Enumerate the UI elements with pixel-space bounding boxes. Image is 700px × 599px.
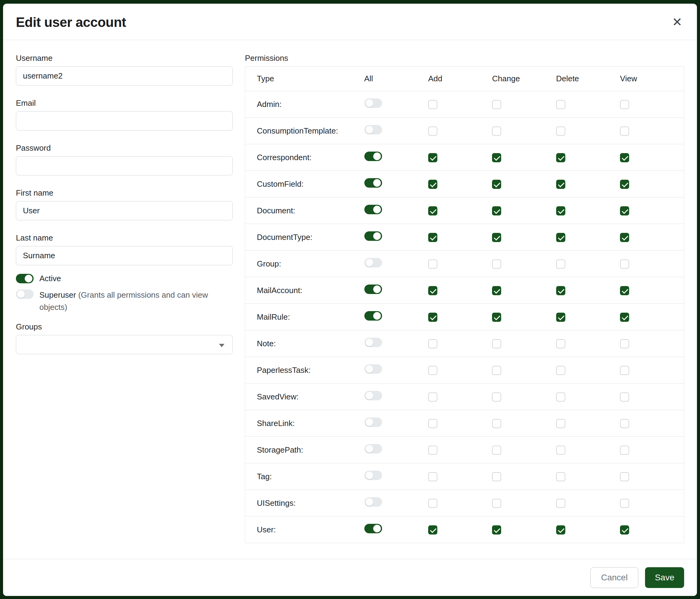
- permission-all-toggle[interactable]: [364, 98, 382, 108]
- first-name-field[interactable]: [16, 201, 233, 220]
- permission-delete-checkbox[interactable]: [556, 472, 565, 481]
- permission-all-toggle[interactable]: [364, 338, 382, 347]
- permission-add-checkbox[interactable]: [428, 100, 438, 109]
- permission-all-toggle[interactable]: [364, 417, 382, 427]
- permission-change-checkbox[interactable]: [492, 313, 501, 322]
- permission-add-checkbox[interactable]: [428, 286, 438, 295]
- permission-delete-checkbox[interactable]: [556, 499, 565, 508]
- permission-view-checkbox[interactable]: [620, 233, 629, 242]
- permission-delete-checkbox[interactable]: [556, 286, 565, 295]
- permission-add-checkbox[interactable]: [428, 419, 438, 428]
- permission-delete-checkbox[interactable]: [556, 313, 565, 322]
- permission-delete-checkbox[interactable]: [556, 233, 565, 242]
- permission-view-checkbox[interactable]: [620, 472, 629, 481]
- permission-add-checkbox[interactable]: [428, 392, 438, 402]
- permission-view-checkbox[interactable]: [620, 313, 629, 322]
- permission-view-checkbox[interactable]: [620, 100, 629, 109]
- permission-view-checkbox[interactable]: [620, 525, 629, 534]
- permission-all-toggle[interactable]: [364, 497, 382, 507]
- permission-view-checkbox[interactable]: [620, 153, 629, 162]
- permission-delete-checkbox[interactable]: [556, 339, 565, 349]
- permission-change-checkbox[interactable]: [492, 392, 501, 402]
- permission-view-checkbox[interactable]: [620, 286, 629, 295]
- permission-add-checkbox[interactable]: [428, 206, 438, 215]
- permission-view-checkbox[interactable]: [620, 419, 629, 428]
- permission-view-checkbox[interactable]: [620, 339, 629, 349]
- last-name-field[interactable]: [16, 246, 233, 265]
- permission-view-checkbox[interactable]: [620, 446, 629, 455]
- permission-delete-checkbox[interactable]: [556, 366, 565, 375]
- permission-change-checkbox[interactable]: [492, 206, 501, 215]
- permission-change-checkbox[interactable]: [492, 472, 501, 481]
- email-field[interactable]: [16, 111, 233, 130]
- permission-change-checkbox[interactable]: [492, 100, 501, 109]
- permission-change-checkbox[interactable]: [492, 180, 501, 189]
- permission-all-toggle[interactable]: [364, 524, 382, 533]
- permission-change-checkbox[interactable]: [492, 499, 501, 508]
- permission-delete-checkbox[interactable]: [556, 392, 565, 402]
- permission-all-toggle[interactable]: [364, 231, 382, 241]
- table-row: Admin:: [245, 91, 684, 118]
- permission-delete-checkbox[interactable]: [556, 446, 565, 455]
- permission-view-checkbox[interactable]: [620, 260, 629, 269]
- permission-change-checkbox[interactable]: [492, 233, 501, 242]
- permission-add-checkbox[interactable]: [428, 153, 438, 162]
- permission-add-checkbox[interactable]: [428, 126, 438, 136]
- permission-delete-checkbox[interactable]: [556, 100, 565, 109]
- permission-all-toggle[interactable]: [364, 258, 382, 267]
- permission-view-checkbox[interactable]: [620, 206, 629, 215]
- permission-add-checkbox[interactable]: [428, 446, 438, 455]
- permission-change-checkbox[interactable]: [492, 153, 501, 162]
- username-input[interactable]: [16, 66, 233, 86]
- permission-view-checkbox[interactable]: [620, 126, 629, 136]
- permission-delete-checkbox[interactable]: [556, 126, 565, 136]
- permission-delete-checkbox[interactable]: [556, 525, 565, 534]
- permission-change-checkbox[interactable]: [492, 126, 501, 136]
- permission-delete-checkbox[interactable]: [556, 180, 565, 189]
- permission-delete-checkbox[interactable]: [556, 206, 565, 215]
- permission-all-toggle[interactable]: [364, 151, 382, 161]
- permission-change-checkbox[interactable]: [492, 525, 501, 534]
- active-toggle[interactable]: [16, 274, 33, 283]
- permission-change-checkbox[interactable]: [492, 286, 501, 295]
- permission-all-toggle[interactable]: [364, 205, 382, 214]
- permission-all-toggle[interactable]: [364, 311, 382, 320]
- groups-select[interactable]: [16, 335, 233, 354]
- close-icon[interactable]: ✕: [670, 15, 684, 29]
- permission-all-toggle[interactable]: [364, 125, 382, 135]
- permission-all-toggle[interactable]: [364, 285, 382, 294]
- permission-all-toggle[interactable]: [364, 471, 382, 480]
- permission-view-checkbox[interactable]: [620, 180, 629, 189]
- permission-delete-checkbox[interactable]: [556, 419, 565, 428]
- permission-all-toggle[interactable]: [364, 364, 382, 374]
- permission-add-checkbox[interactable]: [428, 339, 438, 349]
- permission-add-checkbox[interactable]: [428, 525, 438, 534]
- permission-change-checkbox[interactable]: [492, 339, 501, 349]
- permission-add-checkbox[interactable]: [428, 499, 438, 508]
- permission-add-checkbox[interactable]: [428, 260, 438, 269]
- permission-add-checkbox[interactable]: [428, 366, 438, 375]
- permission-add-checkbox[interactable]: [428, 472, 438, 481]
- permission-change-checkbox[interactable]: [492, 419, 501, 428]
- permission-add-checkbox[interactable]: [428, 233, 438, 242]
- permission-add-checkbox[interactable]: [428, 313, 438, 322]
- permission-all-toggle[interactable]: [364, 444, 382, 454]
- permission-delete-checkbox[interactable]: [556, 260, 565, 269]
- permission-all-toggle[interactable]: [364, 178, 382, 188]
- password-field[interactable]: [16, 156, 233, 175]
- permission-change-checkbox[interactable]: [492, 446, 501, 455]
- save-button[interactable]: Save: [645, 567, 684, 588]
- permission-view-checkbox[interactable]: [620, 392, 629, 402]
- permission-add-checkbox[interactable]: [428, 180, 438, 189]
- permission-delete-checkbox[interactable]: [556, 153, 565, 162]
- permission-view-checkbox[interactable]: [620, 499, 629, 508]
- permission-type-label: Admin:: [257, 100, 282, 109]
- permission-all-toggle[interactable]: [364, 391, 382, 400]
- permission-change-checkbox[interactable]: [492, 260, 501, 269]
- permission-view-checkbox[interactable]: [620, 366, 629, 375]
- permission-change-checkbox[interactable]: [492, 366, 501, 375]
- toggle-knob: [366, 99, 373, 107]
- permissions-rows: Admin: ConsumptionTemplate: Corresponden…: [245, 91, 684, 543]
- superuser-toggle[interactable]: [16, 289, 33, 299]
- cancel-button[interactable]: Cancel: [590, 567, 638, 588]
